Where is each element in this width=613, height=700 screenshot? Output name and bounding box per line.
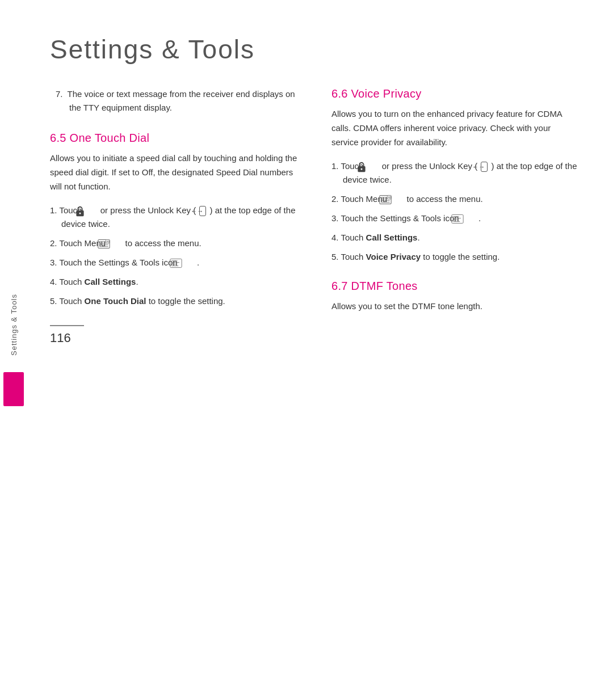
sidebar-accent-bar [3, 372, 24, 406]
step-66-3-dot: . [478, 213, 481, 223]
step-66-1-text: or press the Unlock Key ( [382, 161, 477, 171]
section-66-description: Allows you to turn on the enhanced priva… [331, 107, 579, 149]
unlock-key-icon-66-1: ←→ [481, 162, 488, 172]
settings-icon-65-3 [181, 258, 194, 268]
call-settings-bold-65: Call Settings [85, 277, 136, 286]
svg-rect-1 [79, 213, 81, 214]
svg-text:ABC: ABC [388, 197, 392, 200]
step-66-2: 2. Touch Menu ABC [331, 192, 579, 206]
menu-icon-65-2: ABC [109, 239, 121, 249]
svg-rect-15 [360, 168, 362, 170]
step-65-1: 1. Touch or press the Unlock Key ( [50, 204, 297, 231]
section-65-steps: 1. Touch or press the Unlock Key ( [50, 204, 297, 308]
section-67: 6.7 DTMF Tones Allows you to set the DTM… [331, 280, 579, 314]
page-container: Settings & Tools Settings & Tools 7. The… [0, 0, 613, 700]
sidebar: Settings & Tools [0, 0, 27, 700]
content-columns: 7. The voice or text message from the re… [50, 87, 579, 666]
menu-icon-66-2: ABC [391, 195, 403, 205]
section-67-heading: 6.7 DTMF Tones [331, 280, 579, 293]
step-65-3-dot: . [197, 258, 199, 267]
section-65: 6.5 One Touch Dial Allows you to initiat… [50, 132, 297, 308]
call-settings-bold-66: Call Settings [366, 233, 418, 242]
step-num: 3. Touch the Settings & Tools icon [331, 213, 461, 223]
step-num: 5. Touch One Touch Dial to toggle the se… [50, 296, 225, 306]
item-7-text: 7. The voice or text message from the re… [56, 87, 297, 115]
right-column: 6.6 Voice Privacy Allows you to turn on … [331, 87, 579, 666]
sidebar-label: Settings & Tools [10, 294, 18, 356]
step-66-1: 1. Touch or press the Unlock Key ( ←→ [331, 159, 579, 187]
section-65-description: Allows you to initiate a speed dial call… [50, 151, 297, 193]
step-num: 3. Touch the Settings & Tools icon [50, 258, 180, 267]
step-num: 4. Touch Call Settings. [331, 233, 420, 242]
svg-rect-9 [170, 259, 182, 268]
main-content: Settings & Tools 7. The voice or text me… [27, 0, 613, 700]
unlock-key-icon-65-1: ←→ [199, 206, 206, 216]
step-65-5: 5. Touch One Touch Dial to toggle the se… [50, 294, 297, 308]
step-66-3: 3. Touch the Settings & Tools icon [331, 212, 579, 225]
voice-privacy-bold: Voice Privacy [366, 252, 421, 262]
step-66-4: 4. Touch Call Settings. [331, 231, 579, 244]
left-column: 7. The voice or text message from the re… [50, 87, 297, 666]
item-7-content: The voice or text message from the recei… [68, 89, 295, 112]
svg-text:ABC: ABC [107, 241, 111, 244]
step-66-5: 5. Touch Voice Privacy to toggle the set… [331, 250, 579, 264]
settings-icon-66-3 [463, 214, 475, 224]
step-65-2: 2. Touch Menu ABC [50, 237, 297, 250]
footer-line [50, 325, 84, 326]
step-65-1-text: or press the Unlock Key ( [100, 205, 196, 215]
section-67-description: Allows you to set the DTMF tone length. [331, 300, 579, 314]
section-66: 6.6 Voice Privacy Allows you to turn on … [331, 87, 579, 264]
page-title: Settings & Tools [50, 34, 579, 65]
lock-icon-66-1 [367, 161, 379, 172]
step-66-2-text: to access the menu. [406, 194, 482, 204]
step-65-4: 4. Touch Call Settings. [50, 275, 297, 289]
one-touch-dial-bold: One Touch Dial [85, 296, 146, 306]
item-7-block: 7. The voice or text message from the re… [50, 87, 297, 115]
section-66-steps: 1. Touch or press the Unlock Key ( ←→ [331, 159, 579, 264]
page-number: 116 [50, 331, 297, 345]
step-65-3: 3. Touch the Settings & Tools icon [50, 256, 297, 269]
step-num: 4. Touch Call Settings. [50, 277, 138, 286]
step-num: 5. Touch Voice Privacy to toggle the set… [331, 252, 499, 262]
svg-rect-23 [452, 215, 463, 224]
step-65-2-text: to access the menu. [125, 238, 201, 248]
page-footer: 116 [50, 314, 297, 345]
section-65-heading: 6.5 One Touch Dial [50, 132, 297, 145]
lock-icon-65-1 [86, 205, 97, 217]
section-66-heading: 6.6 Voice Privacy [331, 87, 579, 100]
item-7-number: 7. [56, 89, 63, 99]
